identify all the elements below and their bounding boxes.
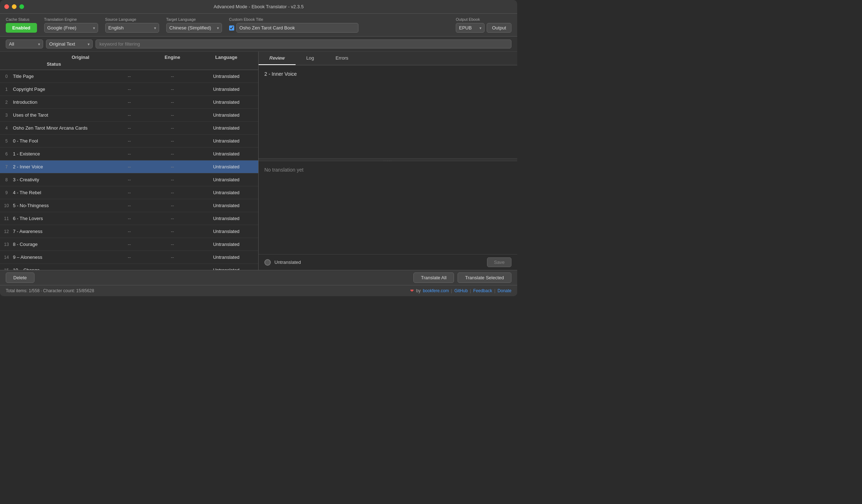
custom-title-row [229,23,449,33]
minimize-button[interactable] [12,4,17,9]
tab-review[interactable]: Review [259,52,296,65]
row-index: 3 [0,113,13,118]
row-original: Title Page [13,74,108,79]
cache-status-label: Cache Status [6,17,37,22]
row-language: -- [151,138,194,144]
review-content: 2 - Inner Voice ..... No translation yet [259,65,517,254]
row-status: Untranslated [194,74,258,79]
row-engine: -- [108,99,151,105]
table-row[interactable]: 13 8 - Courage -- -- Untranslated [0,238,258,251]
row-status: Untranslated [194,267,258,270]
table-row[interactable]: 2 Introduction -- -- Untranslated [0,96,258,109]
custom-title-input[interactable] [236,23,358,33]
review-divider-top[interactable]: ..... [259,158,517,161]
translate-all-button[interactable]: Translate All [413,272,454,283]
review-tabs: Review Log Errors [259,52,517,65]
row-engine: -- [108,190,151,195]
row-language: -- [151,87,194,92]
row-engine: -- [108,112,151,118]
maximize-button[interactable] [19,4,24,9]
filter-keyword-input[interactable] [96,39,511,48]
custom-title-checkbox[interactable] [229,25,234,31]
filter-column-select[interactable]: Original Text Engine Language Status [46,39,93,48]
table-row[interactable]: 10 5 - No-Thingness -- -- Untranslated [0,199,258,212]
tab-log[interactable]: Log [296,52,325,65]
header-status: Status [0,61,108,67]
translation-engine-select[interactable]: Google (Free) DeepL ChatGPT [44,23,98,33]
bookfere-link[interactable]: bookfere.com [423,288,449,293]
table-row[interactable]: 0 Title Page -- -- Untranslated [0,70,258,83]
translation-engine-wrapper[interactable]: Google (Free) DeepL ChatGPT [44,23,98,33]
row-status: Untranslated [194,255,258,260]
row-original: 4 - The Rebel [13,190,108,195]
row-index: 10 [0,203,13,208]
filterbar: All Untranslated Translated Error Origin… [0,37,517,52]
row-language: -- [151,164,194,169]
row-language: -- [151,125,194,131]
header-engine: Engine [151,54,194,61]
review-panel: Review Log Errors 2 - Inner Voice ..... … [259,52,517,270]
row-engine: -- [108,216,151,221]
header-original: Original [0,54,151,61]
footer: Total items: 1/558 · Character count: 15… [0,285,517,296]
target-language-select[interactable]: Chinese (Simplified) Chinese (Traditiona… [166,23,222,33]
table-row[interactable]: 1 Copyright Page -- -- Untranslated [0,83,258,96]
close-button[interactable] [4,4,9,9]
donate-link[interactable]: Donate [497,288,511,293]
row-engine: -- [108,203,151,208]
source-language-wrapper[interactable]: English Chinese Japanese [105,23,159,33]
table-row[interactable]: 7 2 - Inner Voice -- -- Untranslated [0,160,258,173]
target-language-group: Target Language Chinese (Simplified) Chi… [166,17,222,33]
source-language-select[interactable]: English Chinese Japanese [105,23,159,33]
output-format-select[interactable]: EPUB MOBI PDF [456,23,485,33]
table-row[interactable]: 8 3 - Creativity -- -- Untranslated [0,173,258,186]
table-row[interactable]: 15 10 – Change -- -- Untranslated [0,264,258,270]
filter-all-select[interactable]: All Untranslated Translated Error [6,39,43,48]
row-original: 2 - Inner Voice [13,164,108,169]
row-language: -- [151,267,194,270]
source-language-label: Source Language [105,17,159,22]
target-language-wrapper[interactable]: Chinese (Simplified) Chinese (Traditiona… [166,23,222,33]
github-link[interactable]: GitHub [454,288,468,293]
row-index: 4 [0,126,13,131]
tab-errors[interactable]: Errors [325,52,359,65]
custom-title-label: Custom Ebook Title [229,17,449,22]
row-engine: -- [108,74,151,79]
row-status: Untranslated [194,164,258,169]
row-original: 0 - The Fool [13,138,108,144]
cache-status-button[interactable]: Enabled [6,23,37,33]
table-row[interactable]: 11 6 - The Lovers -- -- Untranslated [0,212,258,225]
row-engine: -- [108,151,151,157]
save-button[interactable]: Save [487,257,511,267]
review-original-text: 2 - Inner Voice [259,65,517,158]
row-language: -- [151,190,194,195]
row-status: Untranslated [194,151,258,157]
table-row[interactable]: 3 Uses of the Tarot -- -- Untranslated [0,109,258,122]
table-row[interactable]: 12 7 - Awareness -- -- Untranslated [0,225,258,238]
output-format-wrapper[interactable]: EPUB MOBI PDF [456,23,485,33]
delete-button[interactable]: Delete [6,272,34,283]
row-status: Untranslated [194,216,258,221]
filter-all-wrapper[interactable]: All Untranslated Translated Error [6,39,43,48]
row-engine: -- [108,255,151,260]
target-language-label: Target Language [166,17,222,22]
filter-column-wrapper[interactable]: Original Text Engine Language Status [46,39,93,48]
table-row[interactable]: 4 Osho Zen Tarot Minor Arcana Cards -- -… [0,122,258,135]
table-row[interactable]: 14 9 – Aloneness -- -- Untranslated [0,251,258,264]
translate-selected-button[interactable]: Translate Selected [458,272,511,283]
table-row[interactable]: 5 0 - The Fool -- -- Untranslated [0,135,258,148]
feedback-link[interactable]: Feedback [473,288,492,293]
row-index: 13 [0,242,13,247]
row-engine: -- [108,267,151,270]
table-row[interactable]: 6 1 - Existence -- -- Untranslated [0,148,258,160]
window-controls[interactable] [4,4,24,9]
row-language: -- [151,242,194,247]
table-row[interactable]: 9 4 - The Rebel -- -- Untranslated [0,186,258,199]
row-status: Untranslated [194,190,258,195]
footer-stats: Total items: 1/558 · Character count: 15… [6,288,410,293]
row-original: 5 - No-Thingness [13,203,108,208]
output-button[interactable]: Output [487,23,511,33]
row-language: -- [151,74,194,79]
table-header: Original Engine Language Status [0,52,258,70]
row-index: 5 [0,139,13,144]
